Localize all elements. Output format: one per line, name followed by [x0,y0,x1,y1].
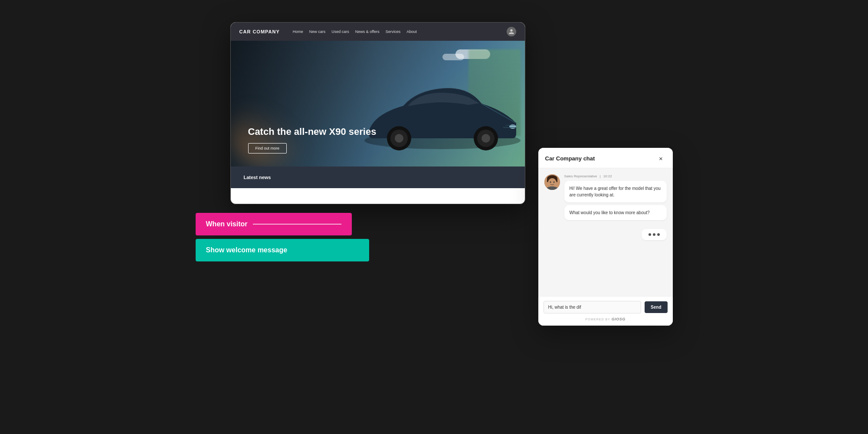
chat-title: Car Company chat [545,155,595,162]
chat-send-button[interactable]: Send [645,301,667,313]
chat-window: Car Company chat × [538,148,673,326]
when-visitor-bar[interactable]: When visitor [196,213,352,235]
chat-footer: Send POWERED BY giosg [538,296,673,326]
show-welcome-label: Show welcome message [206,246,288,254]
agent-time: 10:22 [603,174,612,178]
agent-avatar-image [544,174,560,190]
typing-dot-1 [649,233,651,236]
hero-section: Catch the all-new X90 series Find out mo… [231,41,525,166]
chat-header: Car Company chat × [538,148,673,168]
svg-point-12 [550,181,551,183]
nav-links: Home New cars Used cars News & offers Se… [293,29,498,34]
chat-message-input[interactable] [544,301,642,313]
message-text-2: What would you like to know more about? [570,210,650,215]
chat-input-row: Send [544,301,668,313]
cloud-decor-2 [442,54,464,60]
close-icon: × [659,155,663,162]
message-bubble-1: Hi! We have a great offer for the model … [564,181,667,202]
powered-brand: giosg [612,317,626,321]
nav-new-cars[interactable]: New cars [309,29,326,34]
svg-point-13 [553,181,554,183]
agent-meta: Sales Representative | 10:22 [564,174,667,178]
when-visitor-line [253,224,341,225]
show-welcome-bar[interactable]: Show welcome message [196,239,369,261]
chat-body: Sales Representative | 10:22 Hi! We have… [538,168,673,296]
user-icon [508,29,514,35]
brand-logo: CAR COMPANY [239,29,280,34]
message-bubble-2: What would you like to know more about? [564,205,667,220]
svg-point-11 [548,178,557,188]
chat-close-button[interactable]: × [656,154,666,163]
typing-dot-2 [653,233,655,236]
latest-news-bar: Latest news [231,166,525,188]
user-avatar[interactable] [507,27,516,36]
agent-avatar [544,174,560,190]
typing-dot-3 [657,233,660,236]
hero-title: Catch the all-new X90 series [248,126,508,137]
navbar: CAR COMPANY Home New cars Used cars News… [231,23,525,41]
browser-window: CAR COMPANY Home New cars Used cars News… [230,22,525,204]
agent-name: Sales Representative [564,174,597,178]
latest-news-label: Latest news [244,175,271,180]
agent-messages: Sales Representative | 10:22 Hi! We have… [564,174,667,223]
nav-used-cars[interactable]: Used cars [331,29,349,34]
nav-services[interactable]: Services [386,29,401,34]
powered-by-text: POWERED BY [585,318,610,321]
hero-content: Catch the all-new X90 series Find out mo… [248,126,508,153]
typing-indicator [642,229,667,240]
meta-separator: | [600,174,601,178]
chat-agent-info: Sales Representative | 10:22 Hi! We have… [544,174,667,223]
hero-cta-button[interactable]: Find out more [248,143,287,153]
nav-home[interactable]: Home [293,29,303,34]
when-visitor-label: When visitor [206,220,248,228]
message-text-1: Hi! We have a great offer for the model … [570,186,661,197]
chat-powered-by: POWERED BY giosg [544,317,668,321]
nav-about[interactable]: About [406,29,417,34]
nav-news-offers[interactable]: News & offers [355,29,380,34]
